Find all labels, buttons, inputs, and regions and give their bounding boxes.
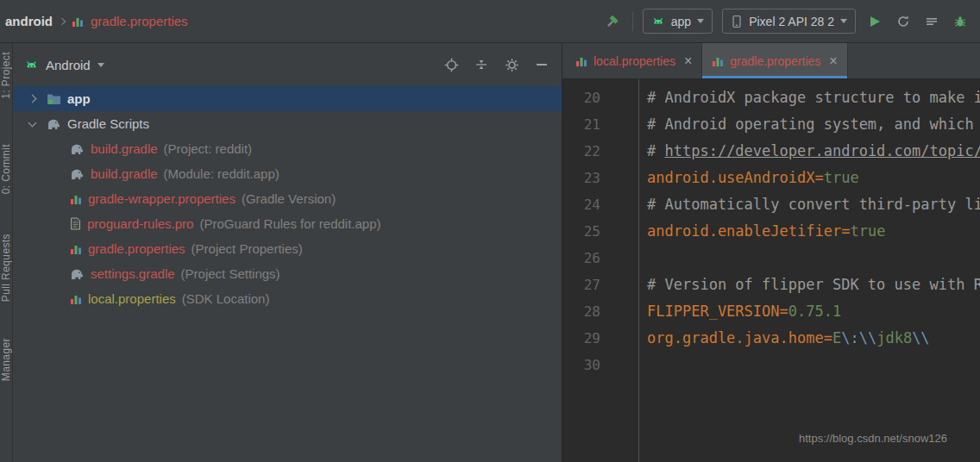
line-number: 25 (562, 218, 638, 245)
line-number: 30 (562, 352, 638, 378)
tree-item-gradle-wrapper-properties[interactable]: gradle-wrapper.properties(Gradle Version… (13, 186, 562, 211)
editor-area: local.properties×gradle.properties× 20# … (562, 43, 980, 462)
tree-item-build-gradle[interactable]: build.gradle(Project: reddit) (13, 136, 562, 161)
gradle-elephant-icon (70, 167, 85, 181)
code-line[interactable]: 23android.useAndroidX=true (562, 165, 980, 191)
tree-item-annotation: (Project Settings) (181, 266, 280, 281)
tree-item-label: build.gradle (91, 166, 158, 181)
tab-close-icon[interactable]: × (684, 54, 692, 68)
tree-item-label: proguard-rules.pro (87, 216, 193, 231)
line-number: 20 (562, 84, 638, 111)
code-editor[interactable]: 20# AndroidX package structure to make i… (562, 79, 980, 462)
line-text: # Automatically convert third-party libr… (638, 191, 980, 218)
gradle-elephant-icon (70, 267, 85, 281)
editor-tab-local-properties[interactable]: local.properties× (566, 43, 702, 78)
chevron-down-icon (840, 19, 847, 23)
code-line[interactable]: 20# AndroidX package structure to make i… (562, 84, 980, 111)
line-number: 27 (562, 272, 638, 298)
tree-item-label: gradle-wrapper.properties (88, 191, 236, 206)
tree-item-build-gradle[interactable]: build.gradle(Module: reddit.app) (13, 161, 562, 186)
line-text (638, 245, 647, 272)
run-play-icon[interactable] (865, 12, 884, 31)
tree-item-label: app (67, 91, 91, 106)
tool-window-button-0-commit[interactable]: 0: Commit (0, 144, 12, 194)
chevron-down-icon[interactable] (97, 63, 104, 67)
tree-item-annotation: (Module: reddit.app) (164, 166, 280, 181)
line-number: 21 (562, 111, 638, 138)
project-tool-window: Android appGradle Scriptsbuild.gradle(Pr… (13, 43, 562, 462)
editor-tab-gradle-properties[interactable]: gradle.properties× (702, 43, 847, 78)
code-line[interactable]: 25android.enableJetifier=true (562, 218, 980, 245)
app-folder-icon (47, 92, 61, 105)
tab-label: gradle.properties (730, 54, 820, 68)
line-text: org.gradle.java.home=E\:\\jdk8\\ (638, 325, 930, 352)
properties-file-icon (72, 16, 84, 28)
line-number: 24 (562, 191, 638, 218)
line-text: FLIPPER_VERSION=0.75.1 (638, 298, 841, 325)
gradle-elephant-icon (47, 117, 61, 131)
tool-window-button-manager[interactable]: Manager (0, 338, 12, 381)
device-label: Pixel 2 API 28 2 (749, 15, 834, 28)
breadcrumb: android gradle.properties (5, 14, 188, 28)
code-line[interactable]: 21# Android operating system, and which … (562, 111, 980, 138)
tree-item-annotation: (SDK Location) (182, 291, 270, 306)
code-line[interactable]: 24# Automatically convert third-party li… (562, 191, 980, 218)
toolbar-actions: app Pixel 2 API 28 2 (604, 9, 970, 34)
collapsed-chevron-icon[interactable] (23, 96, 41, 102)
chevron-down-icon (697, 19, 704, 23)
properties-file-icon (712, 55, 724, 67)
line-text: android.enableJetifier=true (638, 218, 885, 245)
hide-panel-icon[interactable] (534, 57, 550, 72)
properties-file-icon (575, 55, 587, 67)
android-head-icon (24, 58, 39, 72)
project-tree: appGradle Scriptsbuild.gradle(Project: r… (13, 86, 562, 462)
line-text: # https://developer.android.com/topic/li… (638, 138, 980, 165)
watermark-text: https://blog.csdn.net/snow126 (799, 425, 947, 452)
tree-item-label: build.gradle (91, 141, 158, 156)
code-line[interactable]: 26 (562, 245, 980, 272)
select-opened-file-icon[interactable] (443, 57, 459, 72)
line-text: # Android operating system, and which ar… (638, 111, 980, 138)
expanded-chevron-icon[interactable] (23, 122, 41, 126)
tree-item-annotation: (Gradle Version) (242, 191, 336, 206)
tool-window-stripe: 1: Project0: CommitPull RequestsManager (0, 43, 13, 462)
tree-item-settings-gradle[interactable]: settings.gradle(Project Settings) (13, 261, 562, 286)
device-selector[interactable]: Pixel 2 API 28 2 (722, 9, 856, 34)
project-panel-header: Android (13, 43, 562, 86)
code-line[interactable]: 22# https://developer.android.com/topic/… (562, 138, 980, 165)
tab-close-icon[interactable]: × (829, 54, 837, 68)
code-line[interactable]: 29org.gradle.java.home=E\:\\jdk8\\ (562, 325, 980, 352)
proguard-file-icon (70, 217, 81, 230)
editor-tabs: local.properties×gradle.properties× (562, 43, 980, 79)
code-line[interactable]: 28FLIPPER_VERSION=0.75.1 (562, 298, 980, 325)
tree-item-gradle-properties[interactable]: gradle.properties(Project Properties) (13, 236, 562, 261)
collapse-all-icon[interactable] (474, 57, 489, 72)
breadcrumb-file[interactable]: gradle.properties (91, 14, 188, 28)
tree-item-label: Gradle Scripts (67, 116, 149, 131)
build-hammer-icon[interactable] (604, 12, 623, 31)
tree-item-gradle-scripts[interactable]: Gradle Scripts (13, 111, 562, 136)
tree-item-local-properties[interactable]: local.properties(SDK Location) (13, 286, 562, 311)
tree-item-annotation: (ProGuard Rules for reddit.app) (199, 216, 380, 231)
line-text: # AndroidX package structure to make it … (638, 84, 980, 111)
code-line[interactable]: 27# Version of flipper SDK to use with R… (562, 272, 980, 298)
tree-item-app[interactable]: app (13, 86, 562, 111)
main-toolbar: android gradle.properties app (0, 0, 980, 43)
settings-gear-icon[interactable] (504, 57, 519, 72)
run-config-label: app (671, 15, 691, 28)
code-line[interactable]: 30 (562, 352, 980, 378)
breadcrumb-project[interactable]: android (5, 14, 53, 28)
code-lines: 20# AndroidX package structure to make i… (562, 84, 980, 378)
tree-item-proguard-rules-pro[interactable]: proguard-rules.pro(ProGuard Rules for re… (13, 211, 562, 236)
tool-window-button-1-project[interactable]: 1: Project (0, 52, 12, 99)
debug-bug-icon[interactable] (951, 12, 970, 31)
project-view-selector[interactable]: Android (46, 58, 91, 72)
line-text (638, 352, 647, 378)
apply-changes-icon[interactable] (922, 12, 941, 31)
properties-file-icon (70, 193, 82, 205)
tab-label: local.properties (594, 54, 675, 68)
android-head-icon (651, 15, 665, 28)
run-config-selector[interactable]: app (643, 9, 713, 34)
rerun-icon[interactable] (894, 12, 913, 31)
tool-window-button-pull-requests[interactable]: Pull Requests (0, 234, 12, 302)
